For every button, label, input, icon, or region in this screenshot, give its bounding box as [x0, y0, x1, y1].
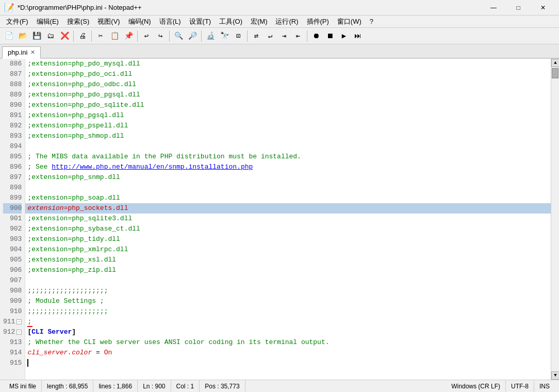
- table-row[interactable]: [25, 275, 551, 286]
- table-row[interactable]: [25, 358, 551, 368]
- table-row[interactable]: ;extension=php_pdo_oci.dll: [25, 69, 551, 79]
- menu-window[interactable]: 窗口(W): [333, 16, 366, 27]
- table-row[interactable]: cli_server.color = On: [25, 348, 551, 358]
- indent-button[interactable]: ⇥: [277, 29, 291, 43]
- redo-button[interactable]: ↪: [154, 29, 167, 43]
- minimize-button[interactable]: —: [482, 0, 505, 15]
- vertical-scrollbar[interactable]: ▲ ▼: [551, 59, 559, 380]
- table-row[interactable]: ;extension=php_pdo_sqlite.dll: [25, 100, 551, 110]
- table-row[interactable]: ;: [25, 317, 551, 327]
- menu-help[interactable]: ?: [366, 17, 377, 26]
- table-row[interactable]: ;extension=php_sybase_ct.dll: [25, 224, 551, 234]
- status-filetype: MS ini file: [4, 380, 42, 392]
- toolbar: 📄 📂 💾 🗂 ❌ 🖨 ✂ 📋 📌 ↩ ↪ 🔍 🔎 🔬 🔭 ⊡ ⇄ ↵ ⇥ ⇤ …: [0, 28, 559, 44]
- menu-run[interactable]: 运行(R): [271, 16, 302, 27]
- table-row[interactable]: ;extension=php_shmop.dll: [25, 131, 551, 141]
- line-number: 907: [3, 275, 22, 286]
- table-row[interactable]: ;extension=php_xmlrpc.dll: [25, 244, 551, 255]
- table-row[interactable]: ; See http://www.php.net/manual/en/snmp.…: [25, 162, 551, 172]
- line-number: 906: [3, 265, 22, 275]
- menu-tools[interactable]: 工具(O): [215, 16, 246, 27]
- save-button[interactable]: 💾: [30, 29, 43, 43]
- zoom-in-button[interactable]: 🔬: [204, 29, 217, 43]
- table-row[interactable]: ; The MIBS data available in the PHP dis…: [25, 152, 551, 162]
- table-row[interactable]: ;;;;;;;;;;;;;;;;;;;;: [25, 306, 551, 317]
- close-button-tb[interactable]: ❌: [58, 29, 71, 43]
- table-row[interactable]: ;extension=php_soap.dll: [25, 193, 551, 203]
- table-row[interactable]: extension=php_sockets.dll: [25, 203, 551, 214]
- table-row[interactable]: ;;;;;;;;;;;;;;;;;;;;: [25, 286, 551, 296]
- separator-5: [201, 30, 202, 42]
- menu-encoding[interactable]: 编码(N): [124, 16, 155, 27]
- find-replace-button[interactable]: 🔎: [186, 29, 199, 43]
- menu-search[interactable]: 搜索(S): [63, 16, 93, 27]
- fold-icon[interactable]: -: [17, 330, 22, 335]
- macro-record-button[interactable]: ⏺: [309, 29, 323, 43]
- menu-macro[interactable]: 宏(M): [246, 16, 272, 27]
- copy-button[interactable]: 📋: [108, 29, 121, 43]
- maximize-button[interactable]: □: [506, 0, 530, 15]
- menu-view[interactable]: 视图(V): [93, 16, 124, 27]
- wrap-button[interactable]: ↵: [264, 29, 277, 43]
- table-row[interactable]: ;extension=php_xsl.dll: [25, 255, 551, 265]
- fold-icon[interactable]: -: [17, 319, 22, 324]
- menu-bar: 文件(F) 编辑(E) 搜索(S) 视图(V) 编码(N) 语言(L) 设置(T…: [0, 15, 559, 28]
- menu-language[interactable]: 语言(L): [155, 16, 185, 27]
- unindent-button[interactable]: ⇤: [291, 29, 305, 43]
- line-number: 887: [3, 69, 22, 79]
- close-button[interactable]: ✕: [531, 0, 555, 15]
- line-number: 890: [3, 100, 22, 110]
- tab-close-button[interactable]: ✕: [30, 49, 35, 56]
- scroll-up-button[interactable]: ▲: [551, 59, 559, 67]
- tab-phpini[interactable]: php.ini ✕: [2, 46, 41, 59]
- cut-button[interactable]: ✂: [94, 29, 107, 43]
- line-number: 904: [3, 244, 22, 255]
- scroll-down-button[interactable]: ▼: [551, 371, 559, 380]
- paste-button[interactable]: 📌: [122, 29, 135, 43]
- find-button[interactable]: 🔍: [172, 29, 185, 43]
- table-row[interactable]: ; Module Settings ;: [25, 296, 551, 306]
- menu-settings[interactable]: 设置(T): [185, 16, 216, 27]
- table-row[interactable]: ;extension=php_zip.dll: [25, 265, 551, 275]
- menu-file[interactable]: 文件(F): [2, 16, 32, 27]
- zoom-reset-button[interactable]: ⊡: [232, 29, 245, 43]
- scroll-thumb[interactable]: [552, 68, 558, 78]
- menu-plugins[interactable]: 插件(P): [303, 16, 333, 27]
- line-number: 892: [3, 121, 22, 131]
- status-bar: MS ini file length : 68,955 lines : 1,86…: [0, 380, 559, 392]
- line-number: 886: [3, 59, 22, 69]
- separator-4: [169, 30, 170, 42]
- table-row[interactable]: [CLI Server]: [25, 327, 551, 337]
- table-row[interactable]: ;extension=php_pdo_pgsql.dll: [25, 90, 551, 100]
- table-row[interactable]: ;extension=php_tidy.dll: [25, 234, 551, 244]
- macro-run-button[interactable]: ⏭: [351, 29, 365, 43]
- open-button[interactable]: 📂: [16, 29, 29, 43]
- line-number: 910: [3, 306, 22, 317]
- table-row[interactable]: [25, 183, 551, 193]
- table-row[interactable]: ;extension=php_snmp.dll: [25, 172, 551, 183]
- table-row[interactable]: [25, 141, 551, 152]
- line-number: 899: [3, 193, 22, 203]
- macro-stop-button[interactable]: ⏹: [323, 29, 337, 43]
- menu-edit[interactable]: 编辑(E): [32, 16, 63, 27]
- save-all-button[interactable]: 🗂: [44, 29, 57, 43]
- table-row[interactable]: ;extension=php_pgsql.dll: [25, 110, 551, 121]
- scroll-track[interactable]: [551, 67, 559, 371]
- window-title: *D:\programmer\PHP\php.ini - Notepad++: [18, 4, 482, 11]
- separator-3: [137, 30, 138, 42]
- macro-play-button[interactable]: ▶: [337, 29, 351, 43]
- undo-button[interactable]: ↩: [140, 29, 153, 43]
- table-row[interactable]: ;extension=php_pdo_mysql.dll: [25, 59, 551, 69]
- table-row[interactable]: ;extension=php_pspell.dll: [25, 121, 551, 131]
- separator-7: [307, 30, 307, 42]
- sync-scroll-button[interactable]: ⇄: [250, 29, 263, 43]
- table-row[interactable]: ;extension=php_sqlite3.dll: [25, 214, 551, 224]
- print-button[interactable]: 🖨: [76, 29, 89, 43]
- new-button[interactable]: 📄: [2, 29, 15, 43]
- separator-2: [91, 30, 92, 42]
- table-row[interactable]: ;extension=php_pdo_odbc.dll: [25, 79, 551, 90]
- code-content[interactable]: ;extension=php_pdo_mysql.dll;extension=p…: [25, 59, 551, 380]
- zoom-out-button[interactable]: 🔭: [218, 29, 231, 43]
- line-number: 908: [3, 286, 22, 296]
- table-row[interactable]: ; Whether the CLI web server uses ANSI c…: [25, 337, 551, 348]
